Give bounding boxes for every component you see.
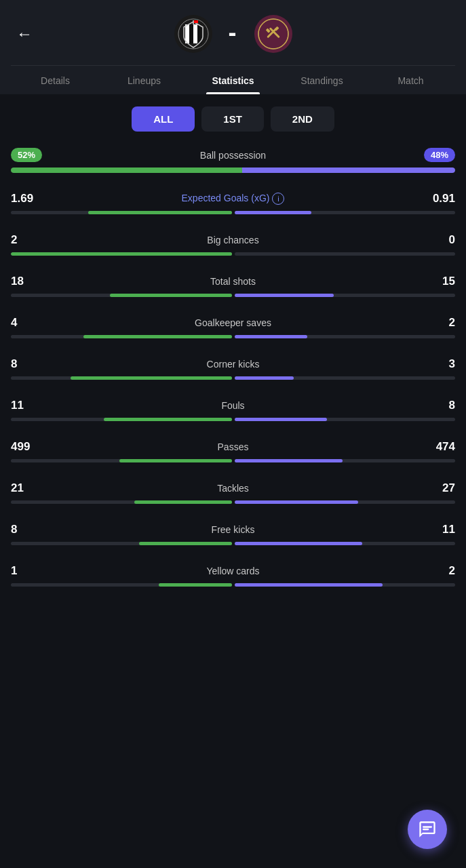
- stat-right-val-3: 15: [421, 275, 455, 288]
- stat-row-5: 8 Corner kicks 3: [11, 357, 455, 380]
- home-team-logo: [174, 15, 212, 53]
- stat-name-5: Corner kicks: [45, 359, 421, 370]
- period-2nd-button[interactable]: 2ND: [271, 106, 334, 132]
- stat-row-9: 8 Free kicks 11: [11, 523, 455, 545]
- stat-name-3: Total shots: [45, 276, 421, 287]
- stat-left-val-10: 1: [11, 564, 45, 578]
- stat-name-9: Free kicks: [45, 524, 421, 535]
- stat-name-4: Goalkeeper saves: [45, 317, 421, 328]
- stat-right-val-2: 0: [421, 233, 455, 247]
- match-score: -: [174, 15, 292, 53]
- svg-rect-14: [423, 829, 429, 830]
- stat-right-val-8: 27: [421, 481, 455, 495]
- stat-name-10: Yellow cards: [45, 566, 421, 576]
- tab-standings[interactable]: Standings: [277, 66, 366, 94]
- stat-left-val-9: 8: [11, 523, 45, 536]
- stat-left-val-3: 18: [11, 275, 45, 288]
- stat-name-7: Passes: [45, 441, 421, 452]
- stat-right-val-7: 474: [421, 440, 455, 454]
- svg-rect-13: [423, 826, 432, 827]
- stat-left-val-8: 21: [11, 481, 45, 495]
- stat-row-4: 4 Goalkeeper saves 2: [11, 316, 455, 338]
- dual-bar-1: [11, 211, 455, 214]
- stat-row-3: 18 Total shots 15: [11, 275, 455, 297]
- svg-rect-2: [189, 24, 193, 43]
- dual-bar-7: [11, 459, 455, 462]
- stat-right-val-5: 3: [421, 357, 455, 371]
- stat-left-val-4: 4: [11, 316, 45, 330]
- tab-match[interactable]: Match: [366, 66, 455, 94]
- dual-bar-9: [11, 542, 455, 545]
- stat-name-1: Expected Goals (xG)i: [45, 193, 421, 205]
- possession-right-val: 48%: [424, 148, 455, 162]
- header: ←: [0, 0, 466, 94]
- stat-name-0: Ball possession: [42, 150, 424, 161]
- stat-row-10: 1 Yellow cards 2: [11, 564, 455, 587]
- nav-tabs: Details Lineups Statistics Standings Mat…: [11, 65, 455, 94]
- dual-bar-2: [11, 252, 455, 256]
- possession-bar: [11, 167, 455, 173]
- xg-info-icon[interactable]: i: [272, 193, 284, 205]
- stat-left-val-6: 11: [11, 399, 45, 412]
- period-all-button[interactable]: ALL: [132, 106, 195, 132]
- stat-right-val-9: 11: [421, 523, 455, 536]
- dual-bar-10: [11, 583, 455, 587]
- stat-row-6: 11 Fouls 8: [11, 399, 455, 421]
- stat-name-2: Big chances: [45, 235, 421, 245]
- tab-lineups[interactable]: Lineups: [100, 66, 189, 94]
- stat-row-1: 1.69 Expected Goals (xG)i 0.91: [11, 192, 455, 214]
- dual-bar-8: [11, 500, 455, 504]
- period-filter: ALL 1ST 2ND: [0, 94, 466, 142]
- stat-name-6: Fouls: [45, 400, 421, 411]
- stat-left-val-7: 499: [11, 440, 45, 454]
- stat-right-val-4: 2: [421, 316, 455, 330]
- chat-fab-button[interactable]: [408, 810, 447, 849]
- stat-row-2: 2 Big chances 0: [11, 233, 455, 256]
- svg-rect-5: [193, 20, 194, 24]
- tab-details[interactable]: Details: [11, 66, 100, 94]
- stat-right-val-6: 8: [421, 399, 455, 412]
- stat-row-0: 52% Ball possession 48%: [11, 148, 455, 173]
- dual-bar-6: [11, 418, 455, 421]
- period-1st-button[interactable]: 1ST: [201, 106, 264, 132]
- svg-rect-3: [193, 24, 197, 43]
- possession-left-val: 52%: [11, 148, 42, 162]
- score-block: -: [225, 20, 242, 47]
- stat-row-8: 21 Tackles 27: [11, 481, 455, 504]
- stat-right-val-10: 2: [421, 564, 455, 578]
- dual-bar-5: [11, 376, 455, 380]
- stat-name-8: Tackles: [45, 483, 421, 494]
- away-team-logo: [254, 15, 292, 53]
- stats-container: 52% Ball possession 48% 1.69 Expected Go…: [0, 142, 466, 660]
- stat-left-val-1: 1.69: [11, 192, 45, 205]
- dual-bar-3: [11, 294, 455, 297]
- stat-left-val-2: 2: [11, 233, 45, 247]
- stat-right-val-1: 0.91: [421, 192, 455, 205]
- back-button[interactable]: ←: [11, 22, 38, 46]
- stat-row-7: 499 Passes 474: [11, 440, 455, 462]
- stat-left-val-5: 8: [11, 357, 45, 371]
- svg-rect-6: [194, 20, 198, 23]
- tab-statistics[interactable]: Statistics: [189, 66, 277, 94]
- dual-bar-4: [11, 335, 455, 338]
